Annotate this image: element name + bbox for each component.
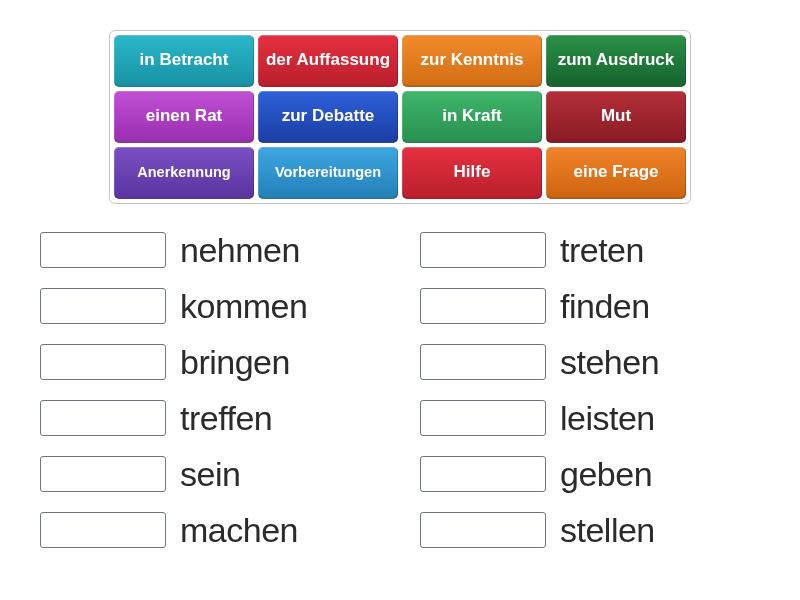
blank-bringen: bringen — [40, 334, 380, 390]
blank-stehen-verb: stehen — [560, 343, 659, 382]
blank-leisten-verb: leisten — [560, 399, 655, 438]
tile-zur-debatte[interactable]: zur Debatte — [258, 91, 398, 143]
blank-treten: treten — [420, 222, 760, 278]
blank-machen-verb: machen — [180, 511, 298, 550]
blank-leisten-slot[interactable] — [420, 400, 546, 436]
blank-finden-slot[interactable] — [420, 288, 546, 324]
blank-kommen-slot[interactable] — [40, 288, 166, 324]
blank-stellen-verb: stellen — [560, 511, 655, 550]
blank-stehen: stehen — [420, 334, 760, 390]
tile-vorbereitungen[interactable]: Vorbereitungen — [258, 147, 398, 199]
tile-hilfe[interactable]: Hilfe — [402, 147, 542, 199]
tile-zum-ausdruck[interactable]: zum Ausdruck — [546, 35, 686, 87]
blank-nehmen-slot[interactable] — [40, 232, 166, 268]
blank-treffen-slot[interactable] — [40, 400, 166, 436]
tile-zur-kenntnis[interactable]: zur Kenntnis — [402, 35, 542, 87]
blank-treffen: treffen — [40, 390, 380, 446]
tile-in-kraft[interactable]: in Kraft — [402, 91, 542, 143]
blank-machen-slot[interactable] — [40, 512, 166, 548]
blank-treten-slot[interactable] — [420, 232, 546, 268]
blank-bringen-verb: bringen — [180, 343, 290, 382]
blank-kommen-verb: kommen — [180, 287, 307, 326]
blank-kommen: kommen — [40, 278, 380, 334]
blank-nehmen-verb: nehmen — [180, 231, 300, 270]
tile-der-auffassung[interactable]: der Auffassung — [258, 35, 398, 87]
blank-geben-verb: geben — [560, 455, 652, 494]
tile-mut[interactable]: Mut — [546, 91, 686, 143]
blank-bringen-slot[interactable] — [40, 344, 166, 380]
blank-leisten: leisten — [420, 390, 760, 446]
tile-anerkennung[interactable]: Anerkennung — [114, 147, 254, 199]
tile-eine-frage[interactable]: eine Frage — [546, 147, 686, 199]
blank-stellen: stellen — [420, 502, 760, 558]
blank-finden: finden — [420, 278, 760, 334]
blank-stehen-slot[interactable] — [420, 344, 546, 380]
blank-geben: geben — [420, 446, 760, 502]
tile-einen-rat[interactable]: einen Rat — [114, 91, 254, 143]
tile-in-betracht[interactable]: in Betracht — [114, 35, 254, 87]
blank-treffen-verb: treffen — [180, 399, 272, 438]
blank-finden-verb: finden — [560, 287, 650, 326]
answer-grid: nehmentretenkommenfindenbringenstehentre… — [40, 222, 760, 558]
blank-geben-slot[interactable] — [420, 456, 546, 492]
blank-nehmen: nehmen — [40, 222, 380, 278]
blank-stellen-slot[interactable] — [420, 512, 546, 548]
blank-sein: sein — [40, 446, 380, 502]
blank-sein-verb: sein — [180, 455, 240, 494]
tile-bank: in Betrachtder Auffassungzur Kenntniszum… — [109, 30, 691, 204]
blank-machen: machen — [40, 502, 380, 558]
blank-sein-slot[interactable] — [40, 456, 166, 492]
blank-treten-verb: treten — [560, 231, 644, 270]
